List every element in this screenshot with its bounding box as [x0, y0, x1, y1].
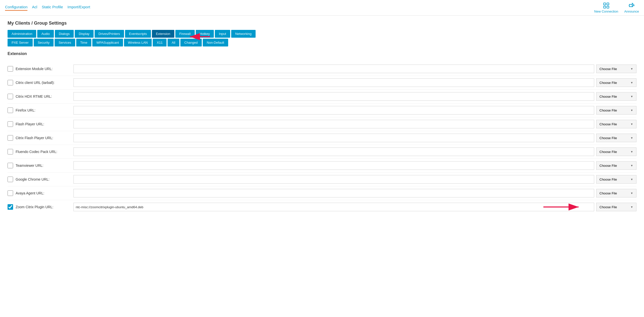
choose-file-extension-module-url[interactable]: Choose File ▼: [596, 65, 636, 73]
tab-firewall[interactable]: Firewall: [175, 30, 195, 38]
checkbox-citrix-hdx-rtme-url[interactable]: [8, 94, 13, 99]
input-fluendo-codec-pack-url[interactable]: [73, 147, 594, 156]
svg-rect-1: [607, 3, 609, 5]
page-title: My Clients / Group Settings: [8, 21, 636, 26]
label-extension-module-url: Extension Module URL:: [16, 67, 73, 71]
choose-file-citrix-hdx-rtme-url[interactable]: Choose File ▼: [596, 92, 636, 101]
checkbox-google-chrome-url[interactable]: [8, 177, 13, 182]
tab-hotkey[interactable]: Hotkey: [196, 30, 214, 38]
checkbox-citrix-flash-player-url[interactable]: [8, 135, 13, 141]
announce-action[interactable]: Announce: [624, 2, 639, 13]
section-title: Extension: [8, 51, 636, 58]
input-zoom-citrix-plugin-url[interactable]: ntc-misc://zoomcitrixplugin-ubuntu_amd64…: [73, 203, 594, 211]
tab-display[interactable]: Display: [75, 30, 94, 38]
choose-file-firefox-url[interactable]: Choose File ▼: [596, 106, 636, 115]
checkbox-avaya-agent-url[interactable]: [8, 190, 13, 196]
choose-file-zoom-citrix-plugin-url[interactable]: Choose File ▼: [596, 203, 636, 211]
table-row: Citrix HDX RTME URL: Choose File ▼: [8, 90, 636, 103]
chevron-down-icon: ▼: [630, 205, 633, 208]
tab-administration[interactable]: Administration: [8, 30, 36, 38]
input-citrix-client-url[interactable]: [73, 78, 594, 87]
checkbox-fluendo-codec-pack-url[interactable]: [8, 149, 13, 154]
input-firefox-url[interactable]: [73, 106, 594, 115]
choose-file-flash-player-url[interactable]: Choose File ▼: [596, 120, 636, 128]
label-avaya-agent-url: Avaya Agent URL:: [16, 191, 73, 195]
input-teamviewer-url[interactable]: [73, 161, 594, 170]
table-row: Citrix Flash Player URL: Choose File ▼: [8, 131, 636, 145]
tab-input[interactable]: Input: [215, 30, 230, 38]
label-firefox-url: Firefox URL:: [16, 108, 73, 112]
tab-wireless-lan[interactable]: Wireless LAN: [124, 39, 152, 46]
chevron-down-icon: ▼: [630, 136, 633, 139]
label-citrix-hdx-rtme-url: Citrix HDX RTME URL:: [16, 94, 73, 98]
choose-file-citrix-flash-player-url[interactable]: Choose File ▼: [596, 134, 636, 142]
checkbox-firefox-url[interactable]: [8, 108, 13, 113]
chevron-down-icon: ▼: [630, 95, 633, 98]
table-row: Citrix client URL (tarball): Choose File…: [8, 76, 636, 90]
tab-x11[interactable]: X11: [153, 39, 167, 46]
table-row: Avaya Agent URL: Choose File ▼: [8, 186, 636, 200]
checkbox-zoom-citrix-plugin-url[interactable]: [8, 204, 13, 210]
nav-actions: New Connection Announce: [594, 2, 639, 13]
label-fluendo-codec-pack-url: Fluendo Codec Pack URL:: [16, 150, 73, 154]
choose-file-google-chrome-url[interactable]: Choose File ▼: [596, 175, 636, 184]
label-flash-player-url: Flash Player URL:: [16, 122, 73, 126]
tab-pxe-server[interactable]: PXE Server: [8, 39, 33, 46]
checkbox-teamviewer-url[interactable]: [8, 163, 13, 168]
tab-security[interactable]: Security: [34, 39, 54, 46]
tab-non-default[interactable]: Non-Default: [203, 39, 228, 46]
announce-icon: [628, 2, 635, 9]
label-citrix-flash-player-url: Citrix Flash Player URL:: [16, 136, 73, 140]
checkbox-flash-player-url[interactable]: [8, 121, 13, 127]
nav-configuration[interactable]: Configuration: [5, 5, 27, 11]
input-citrix-flash-player-url[interactable]: [73, 134, 594, 142]
tab-audio[interactable]: Audio: [37, 30, 54, 38]
tab-services[interactable]: Services: [55, 39, 75, 46]
chevron-down-icon: ▼: [630, 178, 633, 181]
tab-dialogs[interactable]: Dialogs: [55, 30, 74, 38]
choose-file-citrix-client-url[interactable]: Choose File ▼: [596, 78, 636, 87]
tab-wpasupplicant[interactable]: WPASupplicant: [92, 39, 123, 46]
choose-file-fluendo-codec-pack-url[interactable]: Choose File ▼: [596, 147, 636, 156]
label-zoom-citrix-plugin-url: Zoom Citrix Plugin URL:: [16, 205, 73, 209]
nav-acl[interactable]: Acl: [32, 5, 37, 11]
label-google-chrome-url: Google Chrome URL:: [16, 177, 73, 181]
tab-changed[interactable]: Changed: [180, 39, 202, 46]
tab-all[interactable]: All: [168, 39, 179, 46]
chevron-down-icon: ▼: [630, 67, 633, 70]
nav-links: Configuration Acl Static Profile Import/…: [5, 5, 594, 11]
form-fields: Extension Module URL: Choose File ▼ Citr…: [8, 62, 636, 214]
input-extension-module-url[interactable]: [73, 65, 594, 73]
tab-extension[interactable]: Extension: [152, 30, 174, 38]
choose-file-avaya-agent-url[interactable]: Choose File ▼: [596, 189, 636, 197]
top-nav: Configuration Acl Static Profile Import/…: [0, 0, 644, 16]
choose-file-teamviewer-url[interactable]: Choose File ▼: [596, 161, 636, 170]
nav-static-profile[interactable]: Static Profile: [42, 5, 63, 11]
input-avaya-agent-url[interactable]: [73, 189, 594, 197]
tab-row-2: PXE Server Security Services Time WPASup…: [8, 39, 636, 46]
tab-drives-printers[interactable]: Drives/Printers: [95, 30, 124, 38]
new-connection-icon: [603, 2, 610, 9]
svg-rect-3: [607, 6, 609, 8]
nav-import-export[interactable]: Import/Export: [67, 5, 90, 11]
tab-rows-wrapper: Administration Audio Dialogs Display Dri…: [8, 30, 636, 46]
chevron-down-icon: ▼: [630, 123, 633, 126]
checkbox-extension-module-url[interactable]: [8, 66, 13, 72]
table-row: Google Chrome URL: Choose File ▼: [8, 173, 636, 186]
input-google-chrome-url[interactable]: [73, 175, 594, 184]
chevron-down-icon: ▼: [630, 150, 633, 153]
chevron-down-icon: ▼: [630, 164, 633, 167]
new-connection-action[interactable]: New Connection: [594, 2, 618, 13]
input-citrix-hdx-rtme-url[interactable]: [73, 92, 594, 101]
tab-networking[interactable]: Networking: [231, 30, 256, 38]
svg-rect-2: [603, 6, 606, 8]
checkbox-citrix-client-url[interactable]: [8, 80, 13, 85]
table-row: Extension Module URL: Choose File ▼: [8, 62, 636, 76]
tab-eventscripts[interactable]: Eventscripts: [125, 30, 151, 38]
chevron-down-icon: ▼: [630, 81, 633, 84]
table-row: Flash Player URL: Choose File ▼: [8, 117, 636, 131]
input-flash-player-url[interactable]: [73, 120, 594, 128]
chevron-down-icon: ▼: [630, 192, 633, 195]
svg-rect-0: [603, 3, 606, 5]
tab-time[interactable]: Time: [76, 39, 91, 46]
